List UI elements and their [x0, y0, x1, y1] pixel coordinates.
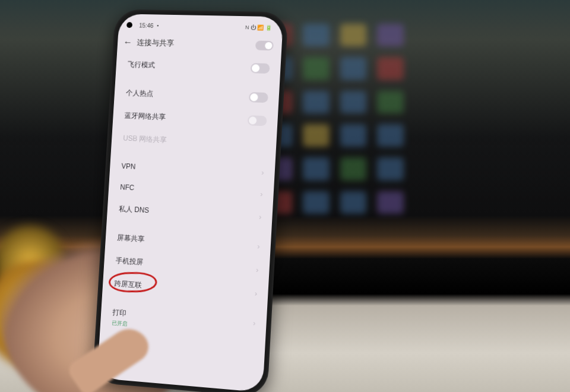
row-label: 跨屏互联: [114, 279, 142, 290]
chevron-right-icon: ›: [261, 169, 264, 177]
chevron-right-icon: ›: [260, 190, 263, 198]
row-label: VPN: [121, 162, 136, 171]
chevron-right-icon: ›: [257, 242, 260, 251]
back-arrow-icon[interactable]: ←: [123, 37, 132, 48]
row-label: 飞行模式: [127, 60, 155, 71]
chevron-right-icon: ›: [256, 265, 259, 274]
row-label: 蓝牙网络共享: [124, 111, 166, 122]
chevron-right-icon: ›: [253, 319, 256, 328]
photo-scene: 15:46 ▪ N ⏻ 📶 🔋 ← 连接与共享 飞行模式: [0, 0, 570, 392]
row-label: NFC: [120, 183, 135, 192]
row-label: 打印: [112, 308, 126, 319]
header-toggle[interactable]: [255, 40, 274, 50]
status-right-icons: N ⏻ 📶 🔋: [245, 24, 273, 31]
chevron-right-icon: ›: [255, 289, 258, 298]
airplane-toggle[interactable]: [251, 63, 270, 74]
row-label: 私人 DNS: [119, 204, 150, 216]
clock: 15:46: [139, 22, 154, 29]
settings-list: 飞行模式 个人热点 蓝牙网络共享 USB 网络共享 VPN: [100, 53, 281, 344]
hotspot-toggle[interactable]: [249, 92, 268, 103]
row-label: 个人热点: [126, 88, 154, 99]
row-label: USB 网络共享: [123, 134, 167, 146]
punch-hole-camera: [126, 22, 132, 28]
bt-tether-toggle[interactable]: [248, 115, 267, 126]
row-label: 屏幕共享: [117, 233, 145, 245]
chevron-right-icon: ›: [259, 213, 262, 221]
row-label: 手机投屏: [115, 255, 143, 267]
status-indicator-icon: ▪: [157, 23, 159, 29]
page-title: 连接与共享: [137, 37, 175, 49]
